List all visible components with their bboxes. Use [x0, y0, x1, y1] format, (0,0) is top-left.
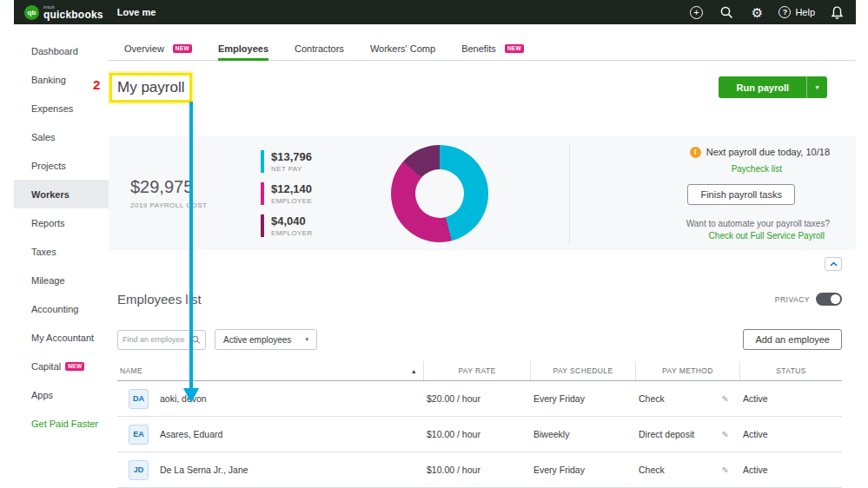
sidebar-item-mileage[interactable]: Mileage: [14, 266, 109, 294]
sidebar-item-label: Accounting: [31, 304, 78, 314]
edit-icon[interactable]: ✎: [722, 430, 729, 439]
employee-row[interactable]: JD De La Serna Jr., Jane $10.00 / hour E…: [117, 452, 842, 488]
employees-controls: Active employees ▾ Add an employee: [117, 329, 842, 350]
pay-method-value: Direct deposit: [639, 429, 694, 439]
column-header-status[interactable]: STATUS: [739, 361, 842, 380]
sidebar-item-projects[interactable]: Projects: [14, 151, 109, 180]
pay-method-cell: Check ✎: [635, 465, 739, 475]
payroll-tasks-panel: ! Next payroll due today, 10/18 Paycheck…: [569, 143, 856, 244]
sidebar-item-label: Taxes: [31, 247, 56, 257]
stat-value: $13,796: [271, 150, 391, 163]
employee-row[interactable]: EA Asares, Eduard $10.00 / hour Biweekly…: [117, 417, 842, 452]
sidebar-item-get-paid-faster[interactable]: Get Paid Faster: [14, 409, 109, 438]
sidebar-item-reports[interactable]: Reports: [14, 208, 109, 237]
sidebar-item-workers[interactable]: Workers: [14, 180, 109, 208]
sidebar-item-apps[interactable]: Apps: [14, 380, 109, 409]
search-icon[interactable]: [191, 334, 201, 345]
pay-schedule-cell: Biweekly: [530, 429, 635, 439]
payroll-tabs: Overview NEW Employees Contractors Worke…: [109, 36, 856, 61]
employee-filter-dropdown[interactable]: Active employees ▾: [215, 329, 317, 350]
toggle-knob: [831, 294, 840, 304]
sidebar-item-sales[interactable]: Sales: [14, 122, 109, 151]
tab-workers-comp[interactable]: Workers' Comp: [370, 36, 435, 60]
payroll-summary: $29,975 2019 PAYROLL COST $13,796 NET PA…: [109, 136, 856, 250]
sidebar-item-taxes[interactable]: Taxes: [14, 237, 109, 266]
column-header-pay-method[interactable]: PAY METHOD: [635, 361, 739, 380]
employee-name[interactable]: De La Serna Jr., Jane: [160, 465, 248, 475]
chevron-down-icon: ▾: [815, 83, 818, 91]
warning-icon: !: [690, 147, 701, 158]
page-header: My payroll Run payroll ▾: [109, 61, 856, 105]
sidebar-item-dashboard[interactable]: Dashboard: [14, 36, 109, 65]
run-payroll-button[interactable]: Run payroll ▾: [719, 76, 827, 98]
employee-row[interactable]: DA aoki, devon $20.00 / hour Every Frida…: [117, 381, 842, 417]
status-cell: Active: [739, 429, 842, 439]
edit-icon[interactable]: ✎: [722, 394, 729, 404]
full-service-payroll-link[interactable]: Check out Full Service Payroll: [709, 231, 825, 241]
column-header-pay-schedule[interactable]: PAY SCHEDULE: [530, 361, 635, 380]
sidebar-item-label: Banking: [31, 75, 66, 85]
search-button[interactable]: [718, 3, 735, 21]
total-payroll-cost-block: $29,975 2019 PAYROLL COST: [109, 177, 261, 209]
help-label: Help: [795, 7, 815, 17]
notifications-button[interactable]: [828, 3, 845, 21]
chevron-down-icon: ▾: [305, 336, 308, 343]
avatar: EA: [129, 425, 149, 445]
stat-employee: $12,140 EMPLOYEE: [261, 182, 391, 205]
employee-name[interactable]: aoki, devon: [160, 393, 207, 404]
table-header: NAME ▲ PAY RATE PAY SCHEDULE PAY METHOD …: [117, 361, 842, 381]
settings-button[interactable]: ⚙: [748, 3, 765, 21]
edit-icon[interactable]: ✎: [722, 465, 729, 475]
sidebar: Dashboard Banking Expenses Sales Project…: [14, 24, 109, 488]
payroll-stats: $13,796 NET PAY $12,140 EMPLOYEE $4,040 …: [261, 150, 391, 237]
tab-contractors[interactable]: Contractors: [295, 36, 344, 60]
sidebar-item-banking[interactable]: Banking: [14, 65, 109, 94]
quickbooks-logo[interactable]: qb intuit quickbooks: [24, 4, 103, 20]
tab-overview[interactable]: Overview NEW: [124, 36, 192, 60]
paycheck-list-link[interactable]: Paycheck list: [732, 164, 782, 174]
chevron-up-icon: [830, 261, 838, 267]
topbar-actions: + ⚙ ? Help: [687, 3, 845, 21]
add-employee-button[interactable]: Add an employee: [743, 329, 842, 350]
company-name[interactable]: Love me: [117, 7, 156, 17]
sidebar-item-expenses[interactable]: Expenses: [14, 94, 109, 122]
sidebar-item-label: Expenses: [31, 103, 73, 114]
pay-method-cell: Check ✎: [635, 393, 739, 404]
sidebar-item-my-accountant[interactable]: My Accountant: [14, 323, 109, 352]
new-badge: NEW: [65, 362, 84, 371]
tab-employees[interactable]: Employees: [218, 36, 268, 60]
collapse-summary-button[interactable]: [825, 257, 842, 271]
total-payroll-label: 2019 PAYROLL COST: [130, 201, 261, 209]
pay-rate-cell: $10.00 / hour: [423, 465, 530, 475]
avatar: JD: [129, 460, 149, 480]
employee-search-input[interactable]: [123, 335, 191, 344]
employee-name[interactable]: Asares, Eduard: [160, 429, 222, 439]
create-button[interactable]: +: [687, 3, 705, 21]
run-payroll-dropdown[interactable]: ▾: [806, 76, 827, 98]
status-cell: Active: [739, 465, 842, 475]
help-button[interactable]: ? Help: [779, 6, 815, 18]
stat-value: $12,140: [271, 182, 391, 195]
tab-benefits[interactable]: Benefits NEW: [461, 36, 524, 60]
column-header-name[interactable]: NAME ▲: [117, 361, 423, 380]
finish-payroll-tasks-button[interactable]: Finish payroll tasks: [687, 184, 795, 205]
sidebar-item-label: Projects: [31, 161, 66, 171]
quickbooks-app: qb intuit quickbooks Love me + ⚙ ?: [14, 0, 856, 488]
sidebar-item-label: Dashboard: [31, 46, 78, 56]
sidebar-item-accounting[interactable]: Accounting: [14, 294, 109, 323]
help-icon: ?: [779, 6, 791, 18]
sidebar-item-label: Capital: [31, 361, 61, 372]
gear-icon: ⚙: [752, 6, 763, 19]
employees-table: NAME ▲ PAY RATE PAY SCHEDULE PAY METHOD …: [117, 361, 842, 488]
column-label: STATUS: [776, 366, 806, 375]
column-label: NAME: [120, 366, 142, 375]
stat-value: $4,040: [271, 214, 391, 228]
pay-method-value: Check: [639, 393, 665, 404]
stat-label: EMPLOYER: [271, 229, 391, 237]
sidebar-item-label: Mileage: [31, 275, 65, 286]
tab-label: Employees: [218, 43, 268, 54]
brand-name: quickbooks: [43, 10, 103, 20]
column-header-pay-rate[interactable]: PAY RATE: [423, 361, 530, 380]
privacy-toggle[interactable]: [816, 293, 842, 306]
sidebar-item-capital[interactable]: CapitalNEW: [14, 352, 109, 380]
